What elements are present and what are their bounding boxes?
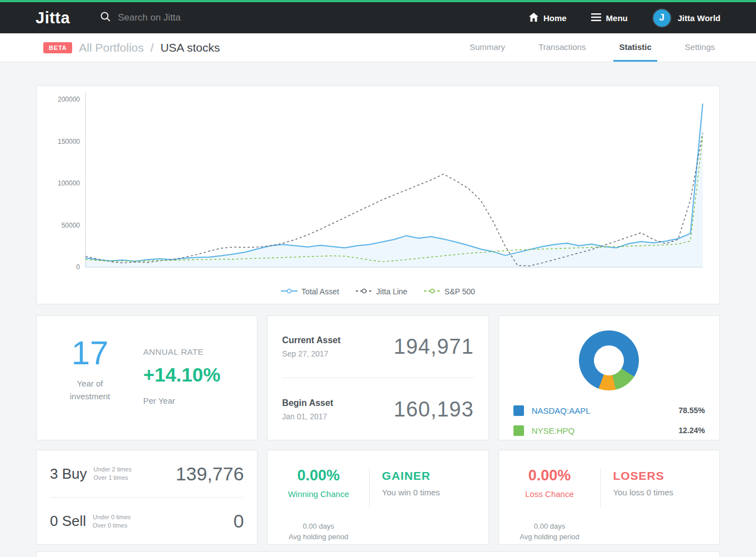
chart-legend: Total Asset Jitta Line S&P 500	[37, 284, 719, 299]
holding-percent: 78.55%	[679, 406, 705, 415]
annual-rate-label: ANNUAL RATE	[143, 347, 257, 357]
years-label-line2: investment	[37, 390, 143, 403]
avatar: J	[652, 8, 672, 28]
current-asset-row: Current Asset Sep 27, 2017 194,971	[282, 316, 473, 378]
winning-chance-label: Winning Chance	[268, 489, 369, 499]
legend-item-sp500[interactable]: S&P 500	[424, 287, 475, 297]
loss-days-value: 0.00 days	[499, 521, 601, 532]
allocation-donut-chart	[579, 330, 639, 390]
user-account[interactable]: J Jitta World	[652, 8, 720, 28]
performance-line-chart: 050000100000150000200000	[37, 88, 719, 284]
buy-row: 3 Buy Under 2 times Over 1 times 139,776	[50, 450, 244, 498]
holding-symbol: NYSE:HPQ	[532, 426, 575, 435]
buy-amount: 139,776	[175, 463, 244, 485]
annual-rate-value: +14.10%	[143, 364, 257, 386]
win-days-value: 0.00 days	[268, 521, 369, 532]
svg-text:100000: 100000	[58, 179, 80, 187]
search-bar[interactable]	[100, 11, 529, 24]
legend-label: S&P 500	[445, 287, 475, 296]
buy-count: 3 Buy	[50, 465, 87, 483]
jitta-line-marker-icon	[356, 287, 372, 297]
gainer-sub: You win 0 times	[382, 488, 488, 497]
svg-text:0: 0	[76, 263, 80, 271]
sell-over: Over 0 times	[93, 521, 130, 530]
buy-over: Over 1 times	[94, 474, 132, 482]
win-days-label: Avg holding period	[268, 532, 369, 543]
begin-asset-value: 160,193	[394, 398, 473, 421]
current-asset-value: 194,971	[394, 335, 473, 359]
svg-text:50000: 50000	[62, 222, 80, 229]
hamburger-menu-icon	[591, 13, 601, 23]
sell-under: Under 0 times	[93, 513, 130, 521]
legend-label: Total Asset	[301, 287, 339, 296]
allocation-legend: NASDAQ:AAPL 78.55% NYSE:HPQ 12.24%	[499, 400, 719, 440]
nav-home[interactable]: Home	[529, 13, 567, 23]
nav-menu-label: Menu	[606, 13, 628, 23]
loss-days-label: Avg holding period	[499, 532, 601, 543]
breadcrumb-separator: /	[150, 41, 154, 54]
top-navbar: Jitta Home Menu J Jitta World	[0, 0, 756, 33]
main-content: 050000100000150000200000 Total Asset Jit…	[0, 86, 756, 557]
beta-badge: BETA	[43, 42, 72, 53]
total-asset-line-marker-icon	[281, 287, 298, 297]
buy-conditions: Under 2 times Over 1 times	[94, 465, 132, 482]
losers-title: LOSERS	[613, 469, 719, 483]
assets-card: Current Asset Sep 27, 2017 194,971 Begin…	[267, 315, 488, 440]
svg-text:150000: 150000	[58, 138, 80, 145]
gainer-title: GAINER	[382, 469, 488, 483]
jitta-logo[interactable]: Jitta	[36, 9, 70, 27]
legend-item-jitta-line[interactable]: Jitta Line	[356, 287, 407, 297]
page-title: USA stocks	[160, 41, 220, 54]
home-icon	[529, 13, 538, 23]
next-card-partial	[36, 551, 720, 557]
subheader-bar: BETA All Portfolios / USA stocks Summary…	[0, 33, 756, 62]
legend-item-total-asset[interactable]: Total Asset	[281, 287, 339, 297]
tab-transactions[interactable]: Transactions	[533, 33, 591, 62]
winning-chance-card: 0.00% Winning Chance GAINER You win 0 ti…	[267, 450, 488, 545]
begin-asset-date: Jan 01, 2017	[282, 412, 333, 421]
loss-chance-card: 0.00% Loss Chance LOSERS You loss 0 time…	[498, 450, 720, 545]
begin-asset-label: Begin Asset	[282, 398, 333, 408]
tab-statistic[interactable]: Statistic	[613, 33, 657, 62]
breadcrumb: BETA All Portfolios / USA stocks	[43, 33, 220, 62]
holding-symbol: NASDAQ:AAPL	[532, 406, 591, 415]
loss-chance-percent: 0.00%	[499, 467, 601, 484]
tab-summary[interactable]: Summary	[464, 33, 511, 62]
svg-text:200000: 200000	[58, 96, 80, 103]
breadcrumb-all-portfolios[interactable]: All Portfolios	[79, 41, 144, 54]
nav-menu[interactable]: Menu	[591, 13, 628, 23]
search-input[interactable]	[118, 12, 351, 23]
holding-percent: 12.24%	[679, 426, 705, 435]
aapl-color-swatch	[513, 405, 524, 416]
years-of-investment-label: Year of investment	[37, 377, 143, 403]
current-asset-label: Current Asset	[282, 335, 340, 345]
legend-label: Jitta Line	[376, 287, 407, 296]
sell-amount: 0	[233, 510, 244, 532]
annual-rate-card: 17 Year of investment ANNUAL RATE +14.10…	[36, 315, 258, 440]
sell-conditions: Under 0 times Over 0 times	[93, 513, 130, 530]
nav-home-label: Home	[543, 13, 567, 23]
sp500-line-marker-icon	[424, 287, 441, 297]
current-asset-date: Sep 27, 2017	[282, 349, 340, 358]
begin-asset-row: Begin Asset Jan 01, 2017 160,193	[282, 378, 473, 440]
sell-row: 0 Sell Under 0 times Over 0 times 0	[50, 498, 244, 545]
portfolio-tabs: Summary Transactions Statistic Settings	[442, 33, 720, 62]
annual-rate-sub: Per Year	[143, 396, 257, 405]
user-name: Jitta World	[678, 13, 720, 23]
holding-row-aapl[interactable]: NASDAQ:AAPL 78.55%	[513, 400, 705, 420]
avg-holding-period-loss: 0.00 days Avg holding period	[499, 521, 601, 544]
winning-chance-percent: 0.00%	[268, 467, 369, 484]
allocation-card: NASDAQ:AAPL 78.55% NYSE:HPQ 12.24%	[498, 315, 720, 440]
tab-settings[interactable]: Settings	[679, 33, 720, 62]
performance-chart-card: 050000100000150000200000 Total Asset Jit…	[36, 86, 720, 304]
hpq-color-swatch	[513, 425, 524, 436]
losers-sub: You loss 0 times	[613, 488, 719, 497]
avg-holding-period-win: 0.00 days Avg holding period	[268, 521, 369, 544]
buy-sell-card: 3 Buy Under 2 times Over 1 times 139,776…	[36, 450, 258, 545]
sell-count: 0 Sell	[50, 513, 86, 530]
loss-chance-label: Loss Chance	[499, 489, 601, 499]
holding-row-hpq[interactable]: NYSE:HPQ 12.24%	[513, 420, 705, 440]
search-icon	[100, 11, 111, 24]
years-of-investment-value: 17	[37, 335, 143, 372]
buy-under: Under 2 times	[94, 465, 132, 474]
